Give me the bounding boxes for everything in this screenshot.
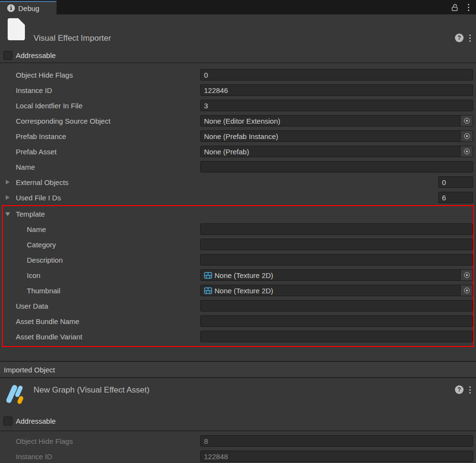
- object-picker-icon[interactable]: [460, 116, 473, 126]
- importer-properties: Object Hide Flags 0 Instance ID 122846 L…: [0, 63, 476, 347]
- addressable-label: Addressable: [16, 51, 56, 60]
- row-template-header: Template: [3, 206, 473, 221]
- template-label[interactable]: Template: [16, 210, 45, 218]
- kebab-menu-icon[interactable]: [469, 386, 471, 394]
- row-asset-object-hide-flags: Object Hide Flags 8: [0, 433, 476, 449]
- addressable-checkbox[interactable]: [3, 51, 12, 60]
- template-thumbnail-label: Thumbnail: [27, 287, 60, 295]
- template-category-label: Category: [27, 241, 56, 249]
- asset-header: New Graph (Visual Effect Asset) ? Addres…: [0, 378, 476, 431]
- asset-title: New Graph (Visual Effect Asset): [34, 385, 149, 394]
- tab-debug[interactable]: i Debug: [0, 1, 57, 14]
- local-identfier-label: Local Identfier In File: [16, 102, 82, 110]
- row-corresponding-source-object: Corresponding Source Object None (Editor…: [0, 113, 476, 128]
- row-external-objects: External Objects 0: [0, 174, 476, 190]
- template-name-label: Name: [27, 225, 46, 233]
- instance-id-label: Instance ID: [16, 86, 52, 94]
- object-field-value: None (Prefab): [204, 148, 249, 156]
- addressable-checkbox[interactable]: [3, 417, 12, 426]
- template-icon-field[interactable]: None (Texture 2D): [200, 269, 473, 281]
- foldout-collapsed-icon[interactable]: [6, 195, 10, 200]
- external-objects-count-field[interactable]: 0: [438, 176, 473, 188]
- foldout-expanded-icon[interactable]: [5, 212, 10, 216]
- row-asset-instance-id: Instance ID 122848: [0, 449, 476, 463]
- help-icon[interactable]: ?: [455, 34, 464, 42]
- object-picker-icon[interactable]: [460, 285, 473, 296]
- template-thumbnail-field[interactable]: None (Texture 2D): [200, 285, 473, 296]
- instance-id-label: Instance ID: [16, 452, 52, 461]
- field-value: 3: [204, 102, 208, 110]
- lock-open-icon[interactable]: [451, 0, 459, 14]
- row-template-name: Name: [3, 221, 473, 237]
- external-objects-label: External Objects: [16, 178, 68, 186]
- help-icon[interactable]: ?: [455, 385, 464, 394]
- template-description-label: Description: [27, 256, 63, 264]
- imported-object-bar: Imported Object: [0, 361, 476, 378]
- kebab-menu-icon[interactable]: [469, 35, 471, 42]
- texture2d-icon: [204, 272, 212, 279]
- row-template-description: Description: [3, 252, 473, 267]
- tab-debug-label: Debug: [18, 4, 39, 12]
- field-value: 122848: [204, 452, 228, 461]
- vfx-asset-icon: [6, 383, 27, 406]
- row-prefab-instance: Prefab Instance None (Prefab Instance): [0, 128, 476, 144]
- instance-id-field: 122848: [200, 451, 473, 462]
- corresponding-source-object-field[interactable]: None (Editor Extension): [200, 115, 473, 127]
- prefab-instance-field[interactable]: None (Prefab Instance): [200, 130, 473, 142]
- row-asset-bundle-variant: Asset Bundle Variant: [3, 329, 473, 344]
- object-hide-flags-field[interactable]: 0: [200, 69, 473, 81]
- row-template-category: Category: [3, 237, 473, 252]
- row-template-icon: Icon None (Texture 2D): [3, 267, 473, 283]
- object-field-value: None (Editor Extension): [204, 117, 280, 125]
- field-value: 8: [204, 437, 208, 445]
- name-field[interactable]: [200, 161, 473, 173]
- template-category-field[interactable]: [200, 239, 473, 250]
- importer-header: Visual Effect Importer ? Addressable: [0, 14, 476, 63]
- user-data-field[interactable]: [200, 300, 473, 312]
- row-object-hide-flags: Object Hide Flags 0: [0, 67, 476, 82]
- row-name: Name: [0, 159, 476, 174]
- imported-object-title: Imported Object: [4, 366, 55, 374]
- name-label: Name: [16, 163, 35, 171]
- asset-bundle-variant-field[interactable]: [200, 331, 473, 342]
- template-highlight-box: Template Name Category Description Icon: [2, 205, 474, 347]
- texture2d-icon: [204, 287, 212, 294]
- object-picker-icon[interactable]: [460, 131, 473, 141]
- asset-properties: Object Hide Flags 8 Instance ID 122848: [0, 431, 476, 463]
- importer-title: Visual Effect Importer: [34, 34, 111, 43]
- kebab-menu-icon[interactable]: [468, 0, 469, 14]
- object-picker-icon[interactable]: [460, 270, 473, 280]
- object-field-value: None (Prefab Instance): [204, 132, 278, 140]
- used-file-ids-count-field[interactable]: 6: [438, 192, 473, 203]
- row-asset-bundle-name: Asset Bundle Name: [3, 313, 473, 329]
- template-description-field[interactable]: [200, 254, 473, 266]
- object-picker-icon[interactable]: [460, 146, 473, 157]
- row-prefab-asset: Prefab Asset None (Prefab): [0, 144, 476, 159]
- foldout-collapsed-icon[interactable]: [6, 180, 10, 185]
- row-template-thumbnail: Thumbnail None (Texture 2D): [3, 283, 473, 298]
- prefab-instance-label: Prefab Instance: [16, 132, 66, 140]
- field-value: 0: [442, 178, 446, 186]
- row-instance-id: Instance ID 122846: [0, 82, 476, 98]
- object-hide-flags-label: Object Hide Flags: [16, 71, 73, 79]
- field-value: 0: [204, 71, 208, 79]
- inspector-tab-bar: i Debug: [0, 0, 476, 14]
- addressable-label: Addressable: [16, 417, 56, 426]
- info-icon: i: [7, 4, 15, 12]
- template-name-field[interactable]: [200, 223, 473, 235]
- field-value: 122846: [204, 86, 228, 94]
- section-gap: [0, 347, 476, 361]
- row-local-identfier: Local Identfier In File 3: [0, 98, 476, 113]
- local-identfier-field[interactable]: 3: [200, 100, 473, 111]
- object-field-value: None (Texture 2D): [215, 287, 273, 295]
- corresponding-source-object-label: Corresponding Source Object: [16, 117, 111, 125]
- field-value: 6: [442, 194, 446, 202]
- prefab-asset-field[interactable]: None (Prefab): [200, 146, 473, 157]
- object-hide-flags-label: Object Hide Flags: [16, 437, 73, 445]
- used-file-ids-label: Used File I Ds: [16, 194, 61, 202]
- asset-bundle-name-field[interactable]: [200, 315, 473, 327]
- asset-bundle-variant-label: Asset Bundle Variant: [16, 333, 82, 341]
- document-icon: [8, 18, 25, 42]
- instance-id-field[interactable]: 122846: [200, 84, 473, 96]
- row-used-file-ids: Used File I Ds 6: [0, 190, 476, 205]
